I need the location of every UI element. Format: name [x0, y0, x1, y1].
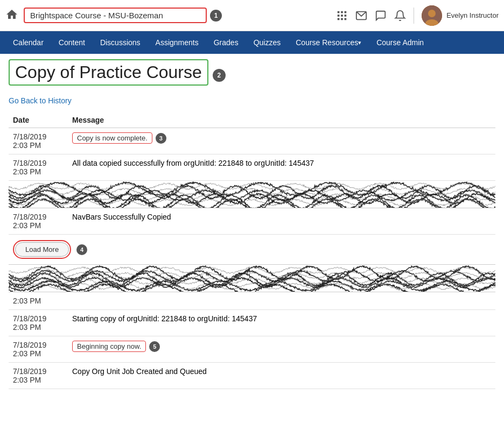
- beginning-copy-badge: Beginning copy now.: [72, 341, 146, 352]
- message-cell: Copy Org Unit Job Created and Queued: [68, 363, 495, 389]
- load-more-row: Load More 4: [9, 235, 495, 265]
- svg-rect-5: [345, 15, 347, 17]
- date-cell: 7/18/20192:03 PM: [9, 128, 68, 154]
- message-cell: Copy is now complete. 3: [68, 128, 495, 154]
- table-row: 7/18/20192:03 PM Beginning copy now. 5: [9, 336, 495, 363]
- avatar: [422, 5, 442, 26]
- course-title-input[interactable]: [24, 8, 207, 23]
- svg-rect-3: [338, 15, 340, 17]
- svg-rect-1: [341, 11, 343, 13]
- log-table: Date Message 7/18/20192:03 PM Copy is no…: [9, 112, 495, 389]
- page-content: Copy of Practice Course 2 Go Back to His…: [0, 54, 504, 394]
- user-name-label: Evelyn Instructor: [446, 11, 499, 19]
- nav-grades[interactable]: Grades: [206, 31, 246, 54]
- svg-rect-4: [341, 15, 343, 17]
- badge-4: 4: [76, 244, 87, 255]
- chat-icon[interactable]: [375, 10, 387, 22]
- message-cell: Starting copy of orgUnitId: 221848 to or…: [68, 310, 495, 336]
- svg-point-11: [428, 10, 436, 17]
- noise-area-1: [9, 181, 495, 208]
- message-cell: NavBars Successfully Copied: [68, 208, 495, 235]
- message-cell: All data copied successfully from orgUni…: [68, 154, 495, 181]
- noise-row-1: [9, 181, 495, 208]
- mail-icon[interactable]: [355, 10, 367, 22]
- table-row: 7/18/20192:03 PM Starting copy of orgUni…: [9, 310, 495, 336]
- table-row: 7/18/20192:03 PM Copy Org Unit Job Creat…: [9, 363, 495, 389]
- date-cell: 7/18/20192:03 PM: [9, 310, 68, 336]
- col-message: Message: [68, 112, 495, 128]
- badge-1: 1: [210, 10, 222, 22]
- svg-rect-8: [345, 18, 347, 20]
- svg-rect-2: [345, 11, 347, 13]
- grid-icon[interactable]: [336, 10, 348, 22]
- svg-rect-0: [338, 11, 340, 13]
- copy-complete-badge: Copy is now complete.: [72, 132, 152, 144]
- nav-quizzes[interactable]: Quizzes: [246, 31, 289, 54]
- table-row: 7/18/20192:03 PM NavBars Successfully Co…: [9, 208, 495, 235]
- message-cell: [68, 292, 495, 310]
- nav-course-resources[interactable]: Course Resources: [288, 31, 369, 54]
- date-cell: 7/18/20192:03 PM: [9, 363, 68, 389]
- nav-content[interactable]: Content: [51, 31, 93, 54]
- page-heading-wrap: Copy of Practice Course: [9, 59, 208, 86]
- status-badge-5: Beginning copy now. 5: [72, 341, 160, 352]
- svg-rect-6: [338, 18, 340, 20]
- date-cell: 7/18/20192:03 PM: [9, 154, 68, 181]
- divider: [414, 8, 414, 24]
- top-right-area: Evelyn Instructor: [336, 5, 499, 26]
- bell-icon[interactable]: [394, 10, 406, 22]
- home-button[interactable]: [5, 8, 18, 23]
- nav-calendar[interactable]: Calendar: [5, 31, 51, 54]
- col-date: Date: [9, 112, 68, 128]
- table-row: 7/18/20192:03 PM All data copied success…: [9, 154, 495, 181]
- noise-row-2: [9, 265, 495, 292]
- date-cell: 7/18/20192:03 PM: [9, 208, 68, 235]
- user-menu[interactable]: Evelyn Instructor: [422, 5, 499, 26]
- noise-area-2: [9, 265, 495, 292]
- svg-rect-7: [341, 18, 343, 20]
- nav-discussions[interactable]: Discussions: [93, 31, 148, 54]
- load-more-btn-outer: Load More: [13, 240, 71, 259]
- badge-5: 5: [149, 341, 160, 352]
- nav-course-admin[interactable]: Course Admin: [369, 31, 431, 54]
- status-badge-3: Copy is now complete. 3: [72, 132, 166, 144]
- top-bar: 1: [0, 0, 504, 31]
- badge-3: 3: [156, 133, 166, 144]
- table-row: 2:03 PM: [9, 292, 495, 310]
- date-cell: 2:03 PM: [9, 292, 68, 310]
- message-cell: Beginning copy now. 5: [68, 336, 495, 363]
- nav-bar: Calendar Content Discussions Assignments…: [0, 31, 504, 54]
- load-more-wrap: Load More 4: [13, 240, 491, 259]
- load-more-cell: Load More 4: [9, 235, 495, 265]
- nav-assignments[interactable]: Assignments: [148, 31, 206, 54]
- table-row: 7/18/20192:03 PM Copy is now complete. 3: [9, 128, 495, 154]
- badge-2: 2: [213, 69, 226, 82]
- page-title: Copy of Practice Course: [15, 62, 202, 82]
- load-more-button[interactable]: Load More: [15, 242, 69, 257]
- go-back-link[interactable]: Go Back to History: [9, 96, 72, 105]
- date-cell: 7/18/20192:03 PM: [9, 336, 68, 363]
